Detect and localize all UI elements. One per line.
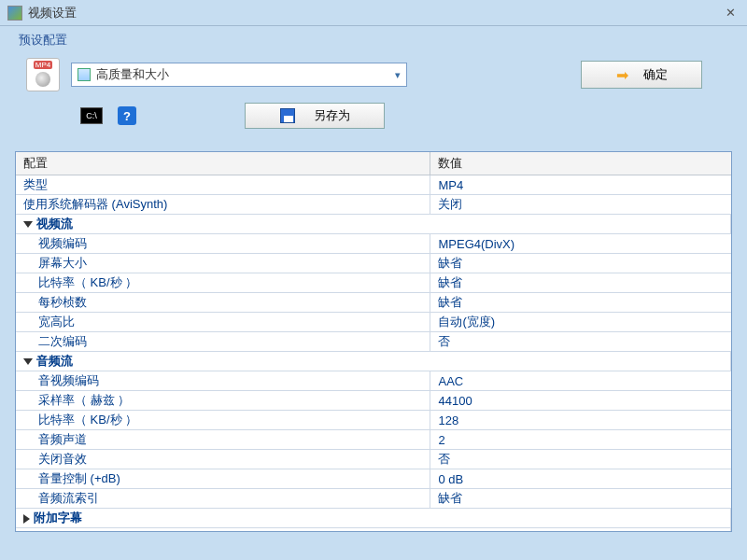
property-value[interactable]: AAC bbox=[430, 371, 731, 391]
property-value[interactable]: 否 bbox=[430, 450, 731, 469]
property-value[interactable]: 缺省 bbox=[430, 293, 731, 313]
property-name: 二次编码 bbox=[16, 332, 430, 352]
preset-combobox[interactable]: 高质量和大小 ▾ bbox=[71, 63, 407, 87]
preset-combobox-value: 高质量和大小 bbox=[96, 66, 395, 83]
group-label: 水印 (AviSynth) bbox=[34, 530, 121, 532]
group-label: 附加字幕 bbox=[34, 511, 82, 525]
expand-icon bbox=[23, 514, 30, 524]
property-name: 视频编码 bbox=[16, 234, 430, 254]
preset-row-2: C:\ ? 另存为 bbox=[15, 99, 732, 136]
chevron-down-icon: ▾ bbox=[395, 69, 401, 81]
table-row[interactable]: 比特率（ KB/秒 ）128 bbox=[16, 411, 731, 430]
group-cell[interactable]: 附加字幕 bbox=[16, 509, 731, 528]
table-row[interactable]: 视频流 bbox=[16, 215, 731, 234]
property-name: 宽高比 bbox=[16, 313, 430, 332]
group-label: 视频流 bbox=[36, 217, 73, 231]
film-icon bbox=[78, 68, 91, 81]
table-row[interactable]: 屏幕大小缺省 bbox=[16, 254, 731, 273]
property-name: 类型 bbox=[16, 175, 430, 195]
property-name: 音频流索引 bbox=[16, 489, 430, 509]
settings-table: 配置 数值 类型MP4使用系统解码器 (AviSynth)关闭视频流视频编码MP… bbox=[16, 152, 731, 532]
property-name: 每秒桢数 bbox=[16, 293, 430, 313]
property-value[interactable]: MPEG4(DivX) bbox=[430, 234, 731, 254]
table-row[interactable]: 二次编码否 bbox=[16, 332, 731, 352]
table-row[interactable]: 类型MP4 bbox=[16, 175, 731, 195]
group-cell[interactable]: 音频流 bbox=[16, 352, 731, 371]
table-row[interactable]: 音量控制 (+dB)0 dB bbox=[16, 469, 731, 489]
column-header-value[interactable]: 数值 bbox=[430, 152, 731, 175]
ok-button[interactable]: ➡ 确定 bbox=[581, 61, 702, 89]
window-title: 视频设置 bbox=[28, 5, 721, 21]
table-row[interactable]: 音频流 bbox=[16, 352, 731, 371]
table-row[interactable]: 采样率（ 赫兹 ）44100 bbox=[16, 391, 731, 411]
arrow-right-icon: ➡ bbox=[616, 66, 628, 84]
save-as-button-label: 另存为 bbox=[314, 107, 350, 124]
preset-section: 预设配置 高质量和大小 ▾ ➡ 确定 C:\ ? 另存为 bbox=[0, 26, 747, 146]
app-icon bbox=[7, 6, 22, 21]
property-value[interactable]: 关闭 bbox=[430, 195, 731, 215]
table-row[interactable]: 水印 (AviSynth) bbox=[16, 528, 731, 533]
table-row[interactable]: 比特率（ KB/秒 ）缺省 bbox=[16, 273, 731, 293]
table-row[interactable]: 附加字幕 bbox=[16, 509, 731, 528]
group-cell[interactable]: 水印 (AviSynth) bbox=[16, 528, 731, 533]
floppy-disk-icon bbox=[280, 108, 295, 123]
save-as-button[interactable]: 另存为 bbox=[245, 103, 385, 129]
table-row[interactable]: 宽高比自动(宽度) bbox=[16, 313, 731, 332]
property-name: 音频声道 bbox=[16, 430, 430, 450]
close-icon[interactable]: ✕ bbox=[721, 4, 740, 22]
property-value[interactable]: 缺省 bbox=[430, 489, 731, 509]
property-name: 采样率（ 赫兹 ） bbox=[16, 391, 430, 411]
help-icon[interactable]: ? bbox=[118, 106, 136, 125]
property-value[interactable]: 否 bbox=[430, 332, 731, 352]
property-value[interactable]: 0 dB bbox=[430, 469, 731, 489]
titlebar: 视频设置 ✕ bbox=[0, 0, 747, 26]
property-value[interactable]: 44100 bbox=[430, 391, 731, 411]
table-row[interactable]: 每秒桢数缺省 bbox=[16, 293, 731, 313]
table-row[interactable]: 使用系统解码器 (AviSynth)关闭 bbox=[16, 195, 731, 215]
mp4-format-icon bbox=[26, 58, 60, 91]
ok-button-label: 确定 bbox=[643, 66, 668, 83]
property-name: 音量控制 (+dB) bbox=[16, 469, 430, 489]
collapse-icon bbox=[23, 358, 33, 365]
group-label: 音频流 bbox=[36, 354, 73, 368]
table-row[interactable]: 音频声道2 bbox=[16, 430, 731, 450]
table-row[interactable]: 音频流索引缺省 bbox=[16, 489, 731, 509]
table-row[interactable]: 视频编码MPEG4(DivX) bbox=[16, 234, 731, 254]
property-name: 关闭音效 bbox=[16, 450, 430, 469]
property-value[interactable]: MP4 bbox=[430, 175, 731, 195]
property-name: 屏幕大小 bbox=[16, 254, 430, 273]
property-name: 比特率（ KB/秒 ） bbox=[16, 411, 430, 430]
table-row[interactable]: 关闭音效否 bbox=[16, 450, 731, 469]
preset-section-label: 预设配置 bbox=[19, 32, 732, 49]
group-cell[interactable]: 视频流 bbox=[16, 215, 731, 234]
preset-row: 高质量和大小 ▾ ➡ 确定 bbox=[15, 54, 732, 99]
column-header-config[interactable]: 配置 bbox=[16, 152, 430, 175]
table-row[interactable]: 音视频编码AAC bbox=[16, 371, 731, 391]
collapse-icon bbox=[23, 221, 33, 228]
property-value[interactable]: 缺省 bbox=[430, 254, 731, 273]
property-value[interactable]: 自动(宽度) bbox=[430, 313, 731, 332]
property-name: 比特率（ KB/秒 ） bbox=[16, 273, 430, 293]
property-value[interactable]: 缺省 bbox=[430, 273, 731, 293]
property-name: 音视频编码 bbox=[16, 371, 430, 391]
settings-grid: 配置 数值 类型MP4使用系统解码器 (AviSynth)关闭视频流视频编码MP… bbox=[15, 151, 732, 532]
property-value[interactable]: 128 bbox=[430, 411, 731, 430]
console-icon[interactable]: C:\ bbox=[80, 107, 103, 124]
property-name: 使用系统解码器 (AviSynth) bbox=[16, 195, 430, 215]
property-value[interactable]: 2 bbox=[430, 430, 731, 450]
